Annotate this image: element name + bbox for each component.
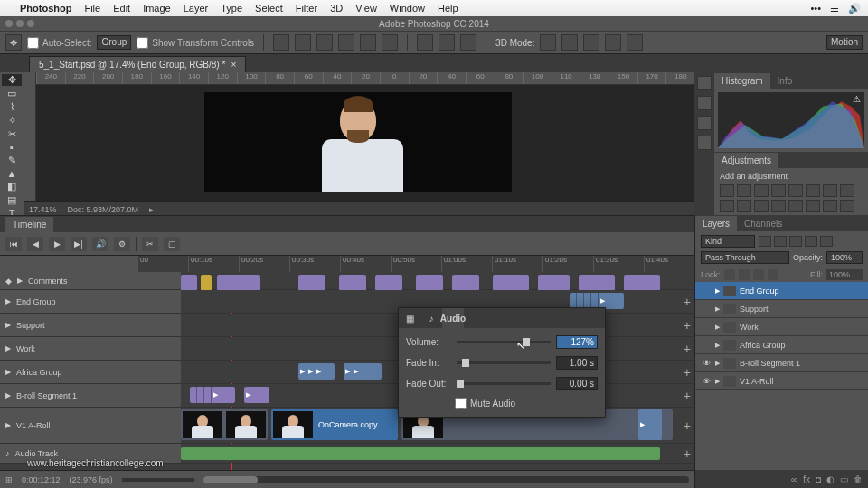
workspace-selector[interactable]: Motion [826,35,863,50]
curves-icon[interactable] [754,184,769,197]
menu-3d[interactable]: 3D [330,3,343,14]
vibrance-icon[interactable] [788,184,803,197]
visibility-icon[interactable]: 👁 [701,359,712,368]
timecode-display[interactable]: 0:00:12:12 [22,475,61,484]
volume-slider[interactable] [457,341,551,343]
hue-icon[interactable] [806,184,820,197]
layer-row[interactable]: ▶Work [695,318,868,336]
menu-layer[interactable]: Layer [184,3,209,14]
layer-row[interactable]: ▶End Group [695,282,868,300]
video-clip[interactable]: ▶ [638,409,662,440]
filter-adjust-icon[interactable] [774,236,787,247]
3d-mode-icon[interactable] [627,34,643,51]
zoom-window-button[interactable] [27,20,34,27]
show-transform-checkbox[interactable]: Show Transform Controls [137,37,254,49]
lock-pixels-icon[interactable] [739,269,750,280]
frame-counter-icon[interactable]: ⊞ [5,475,13,484]
distribute-icon[interactable] [417,34,433,51]
align-icon[interactable] [316,34,333,51]
collapsed-panel-icon[interactable] [697,96,712,110]
fill-input[interactable]: 100% [826,269,863,280]
track-audio[interactable]: + [181,444,694,463]
layer-row[interactable]: 👁▶V1 A-Roll [695,372,868,390]
add-media-button[interactable]: + [684,342,691,356]
lock-all-icon[interactable] [768,269,778,280]
info-tab[interactable]: Info [770,73,800,89]
close-window-button[interactable] [5,20,13,27]
bw-icon[interactable] [840,184,854,197]
menu-file[interactable]: File [84,3,100,14]
play-button[interactable]: ▶ [49,237,65,251]
clip-motion-tab[interactable]: ▦ [399,308,420,328]
step-back-button[interactable]: ◀ [27,237,43,251]
posterize-icon[interactable] [788,200,803,212]
zoom-level[interactable]: 17.41% [29,205,57,214]
marquee-tool[interactable]: ▭ [2,88,22,99]
distribute-icon[interactable] [439,34,455,51]
eraser-tool[interactable]: ◧ [2,181,22,192]
tray-icon[interactable]: ☰ [830,3,839,14]
menu-type[interactable]: Type [221,3,242,14]
menu-view[interactable]: View [355,3,377,14]
crop-tool[interactable]: ✂ [2,128,22,140]
collapsed-panel-icon[interactable] [697,136,712,150]
link-layers-icon[interactable]: ∞ [791,474,797,484]
blend-mode-select[interactable]: Pass Through [701,251,789,264]
color-balance-icon[interactable] [823,184,837,197]
fade-out-input[interactable]: 0.00 s [556,377,598,390]
menu-edit[interactable]: Edit [113,3,130,14]
levels-icon[interactable] [737,184,751,197]
clip-audio-tab[interactable]: Audio [442,308,464,328]
3d-mode-icon[interactable] [605,34,621,51]
timeline-scrollbar[interactable] [203,476,689,483]
stamp-tool[interactable]: ▲ [2,168,22,179]
gradient-tool[interactable]: ▤ [2,194,22,206]
fade-in-input[interactable]: 1.00 s [556,356,598,370]
lasso-tool[interactable]: ⌇ [2,101,22,113]
menu-select[interactable]: Select [255,3,283,14]
filter-smart-icon[interactable] [820,236,833,247]
zoom-slider[interactable] [122,478,194,482]
add-media-button[interactable]: + [684,446,691,461]
filter-pixel-icon[interactable] [759,236,771,247]
tray-icon[interactable]: ••• [810,3,821,14]
layers-tab[interactable]: Layers [695,216,737,231]
3d-mode-icon[interactable] [583,34,599,51]
add-media-button[interactable]: + [684,418,691,433]
transition-button[interactable]: ▢ [164,237,180,251]
mute-audio-checkbox[interactable] [455,398,467,409]
3d-mode-icon[interactable] [561,34,578,51]
add-media-button[interactable]: + [684,389,691,403]
add-media-button[interactable]: + [684,365,691,380]
minimize-window-button[interactable] [16,20,24,27]
document-tab[interactable]: 5_1_Start.psd @ 17.4% (End Group, RGB/8)… [29,56,246,72]
wand-tool[interactable]: ✧ [2,115,22,127]
eyedropper-tool[interactable]: ▪ [2,142,22,153]
brush-tool[interactable]: ✎ [2,155,22,166]
new-group-icon[interactable]: ▭ [840,474,848,484]
fade-in-slider[interactable] [457,361,551,364]
layer-row[interactable]: ▶Support [695,300,868,318]
mute-button[interactable]: 🔊 [92,237,108,251]
exposure-icon[interactable] [771,184,786,197]
histogram-warning-icon[interactable]: ⚠ [853,94,861,104]
layer-filter-kind[interactable]: Kind [701,235,755,248]
new-fill-icon[interactable]: ◐ [826,474,835,484]
distribute-icon[interactable] [460,34,476,51]
align-icon[interactable] [273,34,289,51]
brightness-icon[interactable] [720,184,734,197]
volume-input[interactable]: 127% [556,335,598,349]
collapsed-panel-icon[interactable] [697,116,712,130]
align-icon[interactable] [360,34,376,51]
visibility-icon[interactable]: 👁 [701,377,712,386]
gradient-map-icon[interactable] [823,200,837,212]
align-icon[interactable] [295,34,311,51]
split-clip-button[interactable]: ✂ [142,237,158,251]
lookup-icon[interactable] [754,200,769,212]
layer-row[interactable]: 👁▶B-roll Segment 1 [695,354,868,372]
collapsed-panel-icon[interactable] [697,76,712,90]
3d-mode-icon[interactable] [540,34,556,51]
app-menu[interactable]: Photoshop [20,3,71,14]
auto-select-target[interactable]: Group [97,35,131,50]
clip-audio-note-icon[interactable]: ♪ [420,308,442,328]
